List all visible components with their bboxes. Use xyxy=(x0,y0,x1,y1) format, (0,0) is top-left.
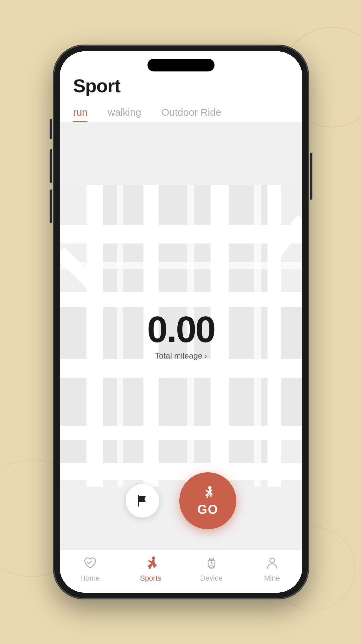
svg-rect-19 xyxy=(229,307,267,359)
chevron-right-icon: › xyxy=(204,351,207,361)
svg-rect-26 xyxy=(60,440,86,463)
svg-rect-9 xyxy=(267,185,281,487)
nav-item-sports[interactable]: Sports xyxy=(120,555,181,583)
phone-screen: Sport run walking Outdoor Ride xyxy=(60,51,302,593)
nav-label-mine: Mine xyxy=(264,574,280,583)
go-button[interactable]: GO xyxy=(179,472,236,529)
go-button-label: GO xyxy=(197,502,218,517)
svg-line-40 xyxy=(212,563,213,564)
nav-label-home: Home xyxy=(80,574,100,583)
flag-button[interactable] xyxy=(126,484,159,518)
map-container: 0.00 Total mileage › xyxy=(60,122,302,549)
dynamic-island xyxy=(147,59,215,71)
side-button-vol-up xyxy=(50,149,52,183)
svg-rect-24 xyxy=(229,378,267,426)
sports-runner-icon xyxy=(143,555,159,571)
page-title: Sport xyxy=(73,75,289,97)
person-icon xyxy=(264,555,280,571)
svg-rect-6 xyxy=(86,185,103,487)
svg-rect-29 xyxy=(229,440,267,463)
svg-rect-11 xyxy=(159,185,210,225)
svg-point-35 xyxy=(152,557,155,560)
svg-rect-28 xyxy=(159,440,210,463)
svg-rect-21 xyxy=(60,378,86,426)
tab-bar: run walking Outdoor Ride xyxy=(60,97,302,122)
svg-point-41 xyxy=(270,558,275,563)
total-mileage-link[interactable]: Total mileage › xyxy=(147,351,215,361)
heart-icon xyxy=(82,555,98,571)
watch-icon xyxy=(203,555,220,571)
bottom-nav: Home Sports xyxy=(60,549,302,593)
svg-rect-31 xyxy=(117,185,123,487)
svg-rect-16 xyxy=(60,307,86,359)
controls-overlay: GO xyxy=(60,472,302,529)
tab-outdoor-ride[interactable]: Outdoor Ride xyxy=(161,107,221,122)
tab-run[interactable]: run xyxy=(73,107,87,122)
nav-label-device: Device xyxy=(200,574,223,583)
total-mileage-label: Total mileage xyxy=(155,351,202,361)
svg-rect-25 xyxy=(281,378,302,426)
phone-frame: Sport run walking Outdoor Ride xyxy=(54,45,308,599)
nav-item-home[interactable]: Home xyxy=(60,555,120,583)
runner-icon xyxy=(200,485,216,501)
svg-rect-30 xyxy=(60,262,302,269)
svg-rect-20 xyxy=(281,307,302,359)
svg-point-34 xyxy=(208,486,212,489)
nav-item-device[interactable]: Device xyxy=(181,555,242,583)
distance-overlay: 0.00 Total mileage › xyxy=(147,311,215,361)
flag-icon xyxy=(135,493,150,508)
tab-walking[interactable]: walking xyxy=(108,107,141,122)
svg-rect-33 xyxy=(254,185,261,487)
distance-value: 0.00 xyxy=(147,311,215,348)
nav-item-mine[interactable]: Mine xyxy=(242,555,302,583)
side-button-vol-down xyxy=(50,190,52,223)
header: Sport xyxy=(60,51,302,97)
svg-rect-23 xyxy=(159,378,210,426)
side-button-power xyxy=(310,153,312,200)
nav-label-sports: Sports xyxy=(140,574,162,583)
side-button-mute xyxy=(50,119,52,139)
svg-rect-12 xyxy=(229,185,267,225)
